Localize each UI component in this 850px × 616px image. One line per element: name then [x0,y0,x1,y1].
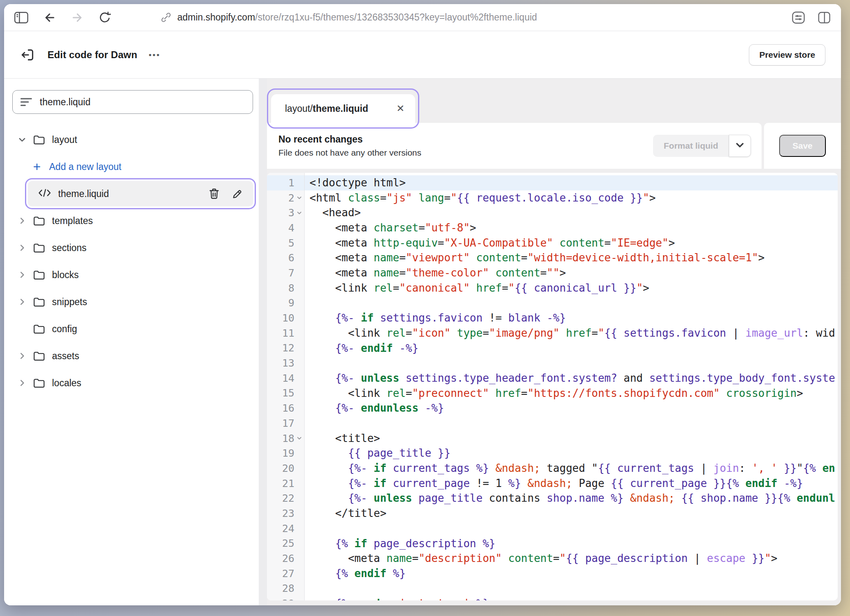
back-icon[interactable] [43,11,57,24]
tree-item-label: templates [52,215,93,226]
code-line-1[interactable]: <!doctype html> [305,175,838,190]
tree-item-label: sections [52,242,86,254]
sidebar-toggle-icon[interactable] [14,11,29,24]
forward-icon[interactable] [70,11,84,24]
code-file-icon [38,188,52,200]
line-number: 19 [267,446,304,461]
status-title: No recent changes [278,134,421,145]
line-number: 21 [267,476,304,491]
code-line-16[interactable]: {%- endunless -%} [310,401,838,416]
search-input[interactable] [40,97,245,108]
folder-icon [33,350,45,362]
line-number: 9 [267,296,304,311]
code-line-4[interactable]: <meta charset="utf-8"> [310,220,838,236]
line-number: 16 [267,401,304,416]
line-number: 2 [267,190,304,206]
fold-toggle-icon[interactable] [294,210,304,216]
format-liquid-dropdown[interactable] [729,135,751,157]
format-liquid-button[interactable]: Format liquid [653,135,729,157]
chevron-right-icon[interactable] [15,351,29,360]
code-line-28[interactable] [310,581,838,596]
line-number: 13 [267,356,304,371]
file-search[interactable] [12,90,253,114]
tree-item-theme-liquid[interactable]: theme.liquid [28,181,253,206]
tree-item-layout[interactable]: layout [4,126,259,153]
code-line-19[interactable]: {{ page_title }} [310,446,838,461]
save-button[interactable]: Save [779,135,825,157]
code-line-27[interactable]: {% endif %} [310,566,838,581]
page-settings-icon[interactable] [791,11,806,25]
tab-theme-liquid[interactable]: layout/theme.liquid ✕ [271,94,415,123]
chevron-right-icon[interactable] [15,270,29,279]
reload-icon[interactable] [98,11,111,24]
line-number: 17 [267,416,304,431]
code-line-13[interactable] [310,356,838,371]
address-bar[interactable]: admin.shopify.com/store/rzq1xu-f5/themes… [161,12,537,23]
version-status: No recent changes File does not have any… [278,134,421,158]
code-line-2[interactable]: <html class="js" lang="{{ request.locale… [310,190,838,206]
code-line-15[interactable]: <link rel="preconnect" href="https://fon… [310,386,838,401]
browser-window: admin.shopify.com/store/rzq1xu-f5/themes… [4,4,841,605]
tree-item-snippets[interactable]: snippets [4,288,259,315]
code-line-29[interactable]: {% render 'meta-tags' %} [310,596,838,600]
chevron-right-icon[interactable] [15,243,29,252]
line-number: 14 [267,371,304,386]
code-line-12[interactable]: {%- endif -%} [310,341,838,356]
line-number: 29 [267,596,304,600]
editor-main: layout/theme.liquid ✕ No recent changes … [267,79,841,605]
code-line-21[interactable]: {%- if current_page != 1 %} &ndash; Page… [310,476,838,491]
add-layout-label: Add a new layout [49,161,121,172]
tree-item-assets[interactable]: assets [4,342,259,369]
file-sidebar: layout+Add a new layouttheme.liquidtempl… [4,79,259,605]
tree-item-locales[interactable]: locales [4,369,259,396]
delete-icon[interactable] [208,188,220,200]
code-line-6[interactable]: <meta name="viewport" content="width=dev… [310,250,838,265]
code-line-7[interactable]: <meta name="theme-color" content=""> [310,265,838,281]
line-number: 20 [267,461,304,476]
code-line-26[interactable]: <meta name="description" content="{{ pag… [310,551,838,566]
folder-icon [33,323,45,335]
tree-item-label: layout [52,134,77,145]
tree-item-templates[interactable]: templates [4,207,259,234]
split-view-icon[interactable] [817,11,831,25]
more-actions-button[interactable]: ••• [149,50,161,59]
code-line-10[interactable]: {%- if settings.favicon != blank -%} [310,310,838,326]
tree-item-label: locales [52,378,81,389]
tree-item-config[interactable]: config [4,315,259,342]
code-line-3[interactable]: <head> [310,205,838,220]
code-line-11[interactable]: <link rel="icon" type="image/png" href="… [310,326,838,341]
link-icon [161,12,172,23]
folder-icon [33,269,45,281]
exit-editor-icon[interactable] [20,47,35,63]
chevron-right-icon[interactable] [15,216,29,225]
close-icon[interactable]: ✕ [396,103,405,114]
fold-toggle-icon[interactable] [294,435,304,442]
code-line-8[interactable]: <link rel="canonical" href="{{ canonical… [310,281,838,296]
format-liquid-split-button: Format liquid [653,135,751,157]
code-line-20[interactable]: {%- if current_tags %} &ndash; tagged "{… [310,461,838,476]
line-number: 25 [267,536,304,551]
tree-item-sections[interactable]: sections [4,234,259,261]
code-line-25[interactable]: {% if page_description %} [310,536,838,551]
code-line-14[interactable]: {%- unless settings.type_header_font.sys… [310,371,838,386]
code-line-18[interactable]: <title> [310,431,838,446]
chevron-right-icon[interactable] [15,297,29,306]
preview-store-button[interactable]: Preview store [749,44,825,66]
tree-item-blocks[interactable]: blocks [4,261,259,288]
add-layout-button[interactable]: +Add a new layout [4,153,259,180]
fold-toggle-icon[interactable] [294,195,304,201]
chevron-down-icon[interactable] [15,135,29,144]
chevron-right-icon[interactable] [15,378,29,387]
rename-icon[interactable] [231,188,243,200]
code-line-23[interactable]: </title> [310,506,838,521]
code-line-9[interactable] [310,296,838,311]
browser-chrome: admin.shopify.com/store/rzq1xu-f5/themes… [4,4,841,31]
code-line-17[interactable] [310,416,838,431]
code-line-24[interactable] [310,521,838,536]
code-line-5[interactable]: <meta http-equiv="X-UA-Compatible" conte… [310,236,838,251]
url-text: admin.shopify.com/store/rzq1xu-f5/themes… [177,12,537,23]
code-line-22[interactable]: {%- unless page_title contains shop.name… [310,491,838,506]
line-number: 15 [267,386,304,401]
sidebar-divider [259,79,267,605]
code-lines[interactable]: <!doctype html><html class="js" lang="{{… [305,173,838,600]
